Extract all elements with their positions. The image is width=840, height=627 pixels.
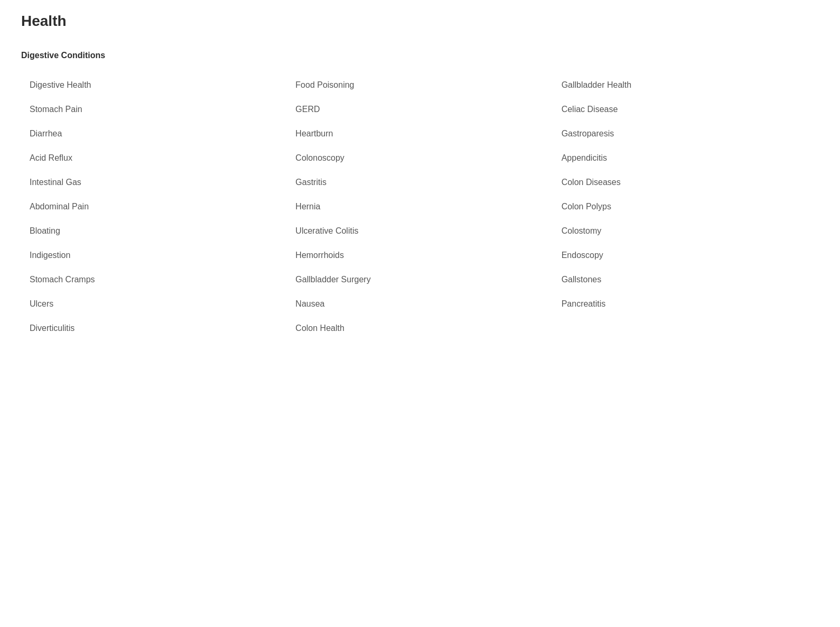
condition-link-0-8[interactable]: Stomach Cramps bbox=[21, 268, 287, 292]
condition-link-1-9[interactable]: Nausea bbox=[287, 292, 553, 316]
condition-link-2-8[interactable]: Gallstones bbox=[553, 268, 819, 292]
condition-link-1-2[interactable]: Heartburn bbox=[287, 122, 553, 146]
condition-link-0-4[interactable]: Intestinal Gas bbox=[21, 170, 287, 195]
condition-link-1-4[interactable]: Gastritis bbox=[287, 170, 553, 195]
condition-link-0-10[interactable]: Diverticulitis bbox=[21, 316, 287, 340]
condition-link-0-6[interactable]: Bloating bbox=[21, 219, 287, 243]
condition-link-0-7[interactable]: Indigestion bbox=[21, 243, 287, 268]
condition-link-2-3[interactable]: Appendicitis bbox=[553, 146, 819, 170]
page-title: Health bbox=[21, 13, 819, 30]
grid-column-1: Digestive HealthStomach PainDiarrheaAcid… bbox=[21, 73, 287, 340]
condition-link-2-9[interactable]: Pancreatitis bbox=[553, 292, 819, 316]
condition-link-1-7[interactable]: Hemorrhoids bbox=[287, 243, 553, 268]
condition-link-2-4[interactable]: Colon Diseases bbox=[553, 170, 819, 195]
condition-link-1-1[interactable]: GERD bbox=[287, 97, 553, 122]
condition-link-2-2[interactable]: Gastroparesis bbox=[553, 122, 819, 146]
condition-link-0-3[interactable]: Acid Reflux bbox=[21, 146, 287, 170]
condition-link-1-5[interactable]: Hernia bbox=[287, 195, 553, 219]
condition-link-2-5[interactable]: Colon Polyps bbox=[553, 195, 819, 219]
conditions-grid: Digestive HealthStomach PainDiarrheaAcid… bbox=[21, 73, 819, 340]
condition-link-0-2[interactable]: Diarrhea bbox=[21, 122, 287, 146]
grid-column-2: Food PoisoningGERDHeartburnColonoscopyGa… bbox=[287, 73, 553, 340]
condition-link-0-9[interactable]: Ulcers bbox=[21, 292, 287, 316]
condition-link-2-0[interactable]: Gallbladder Health bbox=[553, 73, 819, 97]
condition-link-1-3[interactable]: Colonoscopy bbox=[287, 146, 553, 170]
condition-link-0-1[interactable]: Stomach Pain bbox=[21, 97, 287, 122]
condition-link-0-0[interactable]: Digestive Health bbox=[21, 73, 287, 97]
condition-link-0-5[interactable]: Abdominal Pain bbox=[21, 195, 287, 219]
grid-column-3: Gallbladder HealthCeliac DiseaseGastropa… bbox=[553, 73, 819, 340]
condition-link-2-7[interactable]: Endoscopy bbox=[553, 243, 819, 268]
condition-link-1-10[interactable]: Colon Health bbox=[287, 316, 553, 340]
condition-link-1-0[interactable]: Food Poisoning bbox=[287, 73, 553, 97]
condition-link-2-1[interactable]: Celiac Disease bbox=[553, 97, 819, 122]
section-title: Digestive Conditions bbox=[21, 51, 819, 60]
condition-link-1-6[interactable]: Ulcerative Colitis bbox=[287, 219, 553, 243]
condition-link-1-8[interactable]: Gallbladder Surgery bbox=[287, 268, 553, 292]
condition-link-2-6[interactable]: Colostomy bbox=[553, 219, 819, 243]
